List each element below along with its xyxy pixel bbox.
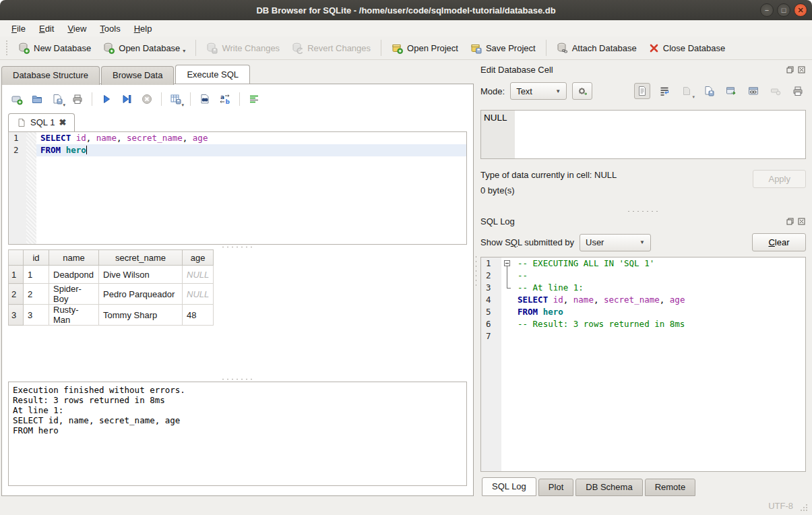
mode-select[interactable]: Text ▼ xyxy=(510,82,567,100)
row-header[interactable]: 1 xyxy=(9,266,24,284)
toolbar-grip[interactable] xyxy=(5,40,10,55)
splitter-left-right[interactable] xyxy=(474,60,478,496)
execution-message-box[interactable]: Execution finished without errors. Resul… xyxy=(8,382,467,486)
set-null-button[interactable] xyxy=(768,83,784,99)
copy-link-button[interactable] xyxy=(745,83,761,99)
line-number: 7 xyxy=(481,330,501,342)
encoding-indicator[interactable]: UTF-8 xyxy=(768,501,793,511)
splitter-cell-log[interactable] xyxy=(480,209,806,214)
float-dock-icon[interactable] xyxy=(785,65,794,74)
log-line: 5 FROM hero xyxy=(481,306,805,318)
editor-empty-area[interactable] xyxy=(9,156,466,244)
cell-id[interactable]: 1 xyxy=(24,266,49,284)
cell-value-editor[interactable]: NULL xyxy=(480,110,806,159)
apply-button[interactable]: Apply xyxy=(753,170,806,188)
tab-sql-log[interactable]: SQL Log xyxy=(482,477,536,496)
row-header[interactable]: 2 xyxy=(9,284,24,305)
column-header-name[interactable]: name xyxy=(49,250,99,266)
cell-name[interactable]: Spider-Boy xyxy=(49,284,99,305)
fold-marker[interactable] xyxy=(501,258,513,270)
row-header[interactable]: 3 xyxy=(9,305,24,326)
menu-edit[interactable]: Edit xyxy=(33,22,60,36)
cell-age[interactable]: 48 xyxy=(183,305,214,326)
cell-id[interactable]: 3 xyxy=(24,305,49,326)
sql-log-editor[interactable]: 1 -- EXECUTING ALL IN 'SQL 1' 2 -- 3 -- … xyxy=(480,257,806,472)
cell-secret-name[interactable]: Dive Wilson xyxy=(99,266,183,284)
chevron-down-icon[interactable]: ▾ xyxy=(63,102,65,108)
text-mode-button[interactable] xyxy=(634,83,650,99)
export-cell-data-button[interactable] xyxy=(701,83,717,99)
menu-tools[interactable]: Tools xyxy=(94,22,126,36)
menu-file[interactable]: File xyxy=(5,22,32,36)
chevron-down-icon[interactable]: ▾ xyxy=(183,48,185,54)
tab-execute-sql[interactable]: Execute SQL xyxy=(175,65,250,84)
save-project-button[interactable]: Save Project xyxy=(464,40,542,57)
tab-db-schema[interactable]: DB Schema xyxy=(575,479,642,496)
clear-log-button[interactable]: Clear xyxy=(752,233,806,251)
cell-secret-name[interactable]: Pedro Parqueador xyxy=(99,284,183,305)
import-settings-button[interactable] xyxy=(572,82,592,100)
left-column: Database Structure Browse Data Execute S… xyxy=(0,60,474,496)
table-row[interactable]: 2 2 Spider-Boy Pedro Parqueador NULL xyxy=(9,284,214,305)
execute-all-button[interactable] xyxy=(98,90,115,108)
cell-age[interactable]: NULL xyxy=(183,266,214,284)
code-text xyxy=(513,330,805,342)
titlebar[interactable]: DB Browser for SQLite - /home/user/code/… xyxy=(0,0,812,20)
tab-browse-data[interactable]: Browse Data xyxy=(101,66,174,85)
close-database-button[interactable]: Close Database xyxy=(643,40,732,56)
import-cell-data-button[interactable]: ▾ xyxy=(679,83,695,99)
table-row[interactable]: 3 3 Rusty-Man Tommy Sharp 48 xyxy=(9,305,214,326)
new-sql-tab-button[interactable] xyxy=(8,90,26,108)
minimize-button[interactable]: − xyxy=(760,3,774,17)
open-in-external-button[interactable] xyxy=(723,83,739,99)
gear-icon xyxy=(577,86,588,97)
open-database-button[interactable]: Open Database ▾ xyxy=(97,40,191,57)
print-sql-button[interactable] xyxy=(69,90,86,108)
close-tab-icon[interactable]: ✖ xyxy=(59,117,66,127)
cell-edit-area[interactable] xyxy=(515,111,805,158)
revert-changes-button[interactable]: Revert Changes xyxy=(286,40,377,57)
column-header-secret-name[interactable]: secret_name xyxy=(99,250,183,266)
new-database-button[interactable]: New Database xyxy=(12,40,97,57)
corner-header[interactable] xyxy=(9,250,24,266)
chevron-down-icon[interactable]: ▾ xyxy=(181,102,184,108)
cell-id[interactable]: 2 xyxy=(24,284,49,305)
resize-grip-icon[interactable] xyxy=(800,504,808,512)
find-replace-button[interactable]: ab xyxy=(216,90,234,108)
close-dock-icon[interactable] xyxy=(797,216,806,226)
open-sql-file-button[interactable] xyxy=(28,90,46,108)
cell-name[interactable]: Rusty-Man xyxy=(49,305,99,326)
execute-current-line-button[interactable] xyxy=(118,90,135,108)
find-button[interactable] xyxy=(196,90,214,108)
print-cell-button[interactable] xyxy=(790,83,806,99)
cell-secret-name[interactable]: Tommy Sharp xyxy=(99,305,183,326)
close-dock-icon[interactable] xyxy=(797,65,806,74)
stop-button[interactable] xyxy=(138,90,156,108)
tab-remote[interactable]: Remote xyxy=(645,479,696,496)
splitter-results-messages[interactable] xyxy=(8,377,467,382)
cell-name[interactable]: Deadpond xyxy=(49,266,99,284)
sql-editor[interactable]: 1 SELECT id, name, secret_name, age 2 FR… xyxy=(8,131,467,245)
attach-database-button[interactable]: Attach Database xyxy=(551,40,643,57)
format-sql-button[interactable] xyxy=(245,90,263,108)
maximize-button[interactable]: □ xyxy=(777,3,790,17)
write-changes-button[interactable]: Write Changes xyxy=(200,40,286,57)
column-header-age[interactable]: age xyxy=(183,250,214,266)
open-project-button[interactable]: Open Project xyxy=(385,40,464,57)
splitter-editor-results[interactable] xyxy=(8,245,467,249)
float-dock-icon[interactable] xyxy=(785,216,794,226)
table-row[interactable]: 1 1 Deadpond Dive Wilson NULL xyxy=(9,266,214,284)
tab-plot[interactable]: Plot xyxy=(538,479,573,496)
tab-database-structure[interactable]: Database Structure xyxy=(1,66,100,85)
save-sql-file-button[interactable]: ▾ xyxy=(49,90,66,108)
word-wrap-button[interactable] xyxy=(656,83,673,99)
menu-help[interactable]: Help xyxy=(128,22,158,36)
log-filter-select[interactable]: User ▼ xyxy=(580,234,651,251)
cell-age[interactable]: NULL xyxy=(183,284,214,305)
export-results-button[interactable]: ▾ xyxy=(167,90,185,108)
sql-1-tab[interactable]: SQL 1 ✖ xyxy=(8,113,75,131)
column-header-id[interactable]: id xyxy=(24,250,49,266)
close-button[interactable]: ✕ xyxy=(794,3,807,17)
print-icon xyxy=(792,86,803,96)
menu-view[interactable]: View xyxy=(61,22,92,36)
